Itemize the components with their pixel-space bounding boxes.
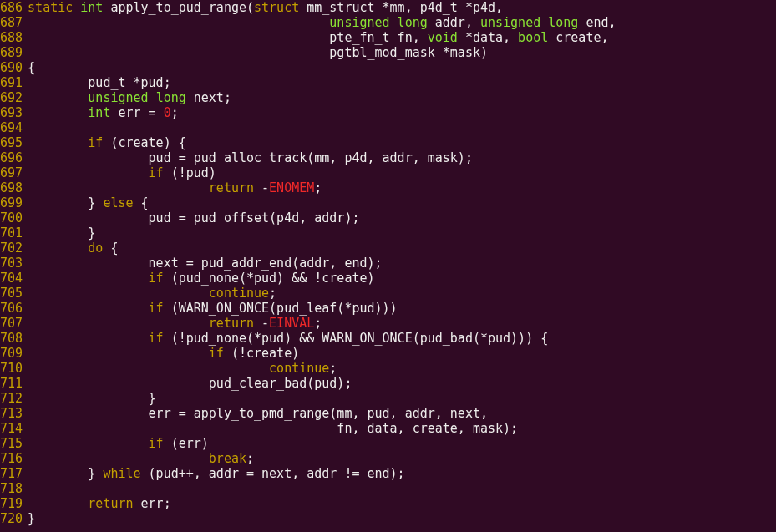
code-token-text	[540, 15, 548, 30]
code-token-text	[28, 90, 88, 105]
code-line[interactable]: if (!pud)	[28, 165, 776, 180]
code-token-text	[149, 90, 156, 105]
code-token-type: unsigned	[480, 15, 540, 30]
code-token-type: long	[548, 15, 578, 30]
code-token-text: ;	[314, 316, 322, 331]
code-line[interactable]: pud = pud_alloc_track(mm, p4d, addr, mas…	[28, 150, 776, 165]
code-token-type: unsigned	[88, 90, 148, 105]
code-token-text: {	[28, 60, 35, 75]
code-token-text: pud = pud_alloc_track(mm, p4d, addr, mas…	[28, 150, 473, 165]
code-token-text	[28, 496, 88, 511]
code-line[interactable]: pgtbl_mod_mask *mask)	[28, 45, 776, 60]
code-line[interactable]: if (!create)	[28, 346, 776, 361]
code-line[interactable]: if (err)	[28, 436, 776, 451]
code-token-text	[73, 0, 80, 15]
code-line[interactable]: err = apply_to_pmd_range(mm, pud, addr, …	[28, 406, 776, 421]
line-number: 690	[0, 60, 23, 75]
code-line[interactable]: pud_clear_bad(pud);	[28, 376, 776, 391]
code-token-kw: if	[149, 271, 164, 286]
code-line[interactable]: pud = pud_offset(p4d, addr);	[28, 210, 776, 225]
code-line[interactable]: int err = 0;	[28, 105, 776, 120]
line-number: 705	[0, 286, 23, 301]
code-token-text	[28, 301, 149, 316]
code-line[interactable]: unsigned long addr, unsigned long end,	[28, 15, 776, 30]
code-token-text: end,	[578, 15, 616, 30]
code-token-text	[390, 15, 398, 30]
code-token-text	[28, 436, 149, 451]
line-number: 715	[0, 436, 23, 451]
code-token-kw: return	[88, 496, 133, 511]
code-line[interactable]: } while (pud++, addr = next, addr != end…	[28, 466, 776, 481]
line-number: 712	[0, 391, 23, 406]
code-line[interactable]: {	[28, 60, 776, 75]
line-number: 696	[0, 150, 23, 165]
code-line[interactable]: pte_fn_t fn, void *data, bool create,	[28, 30, 776, 45]
line-number: 704	[0, 271, 23, 286]
code-token-text: ;	[329, 361, 337, 376]
code-line[interactable]: if (!pud_none(*pud) && WARN_ON_ONCE(pud_…	[28, 331, 776, 346]
code-line[interactable]	[28, 120, 776, 135]
line-number: 719	[0, 496, 23, 511]
code-token-text: pte_fn_t fn,	[28, 30, 428, 45]
code-line[interactable]: } else {	[28, 195, 776, 210]
code-token-text: err = apply_to_pmd_range(mm, pud, addr, …	[28, 406, 488, 421]
line-number: 694	[0, 120, 23, 135]
code-token-text: *data,	[458, 30, 518, 45]
code-token-text	[28, 331, 149, 346]
code-token-const: ENOMEM	[269, 180, 314, 195]
code-token-text: ;	[269, 286, 276, 301]
code-token-type: long	[398, 15, 428, 30]
code-token-text	[28, 241, 88, 256]
line-number: 691	[0, 75, 23, 90]
code-token-kw: continue	[209, 286, 269, 301]
code-token-kw: break	[209, 451, 246, 466]
code-token-kw: return	[209, 316, 254, 331]
code-editor[interactable]: 6866876886896906916926936946956966976986…	[0, 0, 776, 532]
code-line[interactable]: static int apply_to_pud_range(struct mm_…	[28, 0, 776, 15]
code-line[interactable]: fn, data, create, mask);	[28, 421, 776, 436]
code-token-type: void	[428, 30, 458, 45]
code-token-text	[28, 361, 269, 376]
code-line[interactable]: }	[28, 511, 776, 526]
line-number: 688	[0, 30, 23, 45]
code-line[interactable]: next = pud_addr_end(addr, end);	[28, 256, 776, 271]
code-line[interactable]: pud_t *pud;	[28, 75, 776, 90]
code-token-text	[28, 286, 209, 301]
code-token-type: int	[88, 105, 110, 120]
code-token-kw: do	[88, 241, 103, 256]
code-line[interactable]: continue;	[28, 361, 776, 376]
code-token-text: (pud_none(*pud) && !create)	[164, 271, 375, 286]
code-line[interactable]: unsigned long next;	[28, 90, 776, 105]
code-line[interactable]: if (create) {	[28, 135, 776, 150]
code-area[interactable]: static int apply_to_pud_range(struct mm_…	[26, 0, 776, 532]
code-token-text: (err)	[164, 436, 209, 451]
code-token-text	[28, 180, 209, 195]
code-line[interactable]: }	[28, 225, 776, 241]
code-line[interactable]: if (WARN_ON_ONCE(pud_leaf(*pud)))	[28, 301, 776, 316]
line-number: 698	[0, 180, 23, 195]
code-token-text: -	[254, 316, 269, 331]
code-line[interactable]	[28, 481, 776, 496]
code-token-kw: else	[103, 195, 133, 210]
code-token-text: pud_t *pud;	[28, 75, 171, 90]
code-line[interactable]: return err;	[28, 496, 776, 511]
code-token-text	[28, 135, 88, 150]
code-line[interactable]: continue;	[28, 286, 776, 301]
line-number: 689	[0, 45, 23, 60]
code-token-text	[28, 271, 149, 286]
code-token-text	[28, 15, 329, 30]
code-line[interactable]: }	[28, 391, 776, 406]
code-line[interactable]: break;	[28, 451, 776, 466]
code-token-type: unsigned	[329, 15, 389, 30]
code-line[interactable]: return -ENOMEM;	[28, 180, 776, 195]
code-token-kw: return	[209, 180, 254, 195]
code-token-text	[28, 105, 88, 120]
code-token-text: mm_struct *mm, p4d_t *p4d,	[299, 0, 503, 15]
code-token-kw: continue	[269, 361, 329, 376]
code-token-text	[28, 346, 209, 361]
code-line[interactable]: if (pud_none(*pud) && !create)	[28, 271, 776, 286]
code-line[interactable]: do {	[28, 241, 776, 256]
code-line[interactable]: return -EINVAL;	[28, 316, 776, 331]
line-number: 700	[0, 210, 23, 225]
code-token-text: (WARN_ON_ONCE(pud_leaf(*pud)))	[164, 301, 398, 316]
